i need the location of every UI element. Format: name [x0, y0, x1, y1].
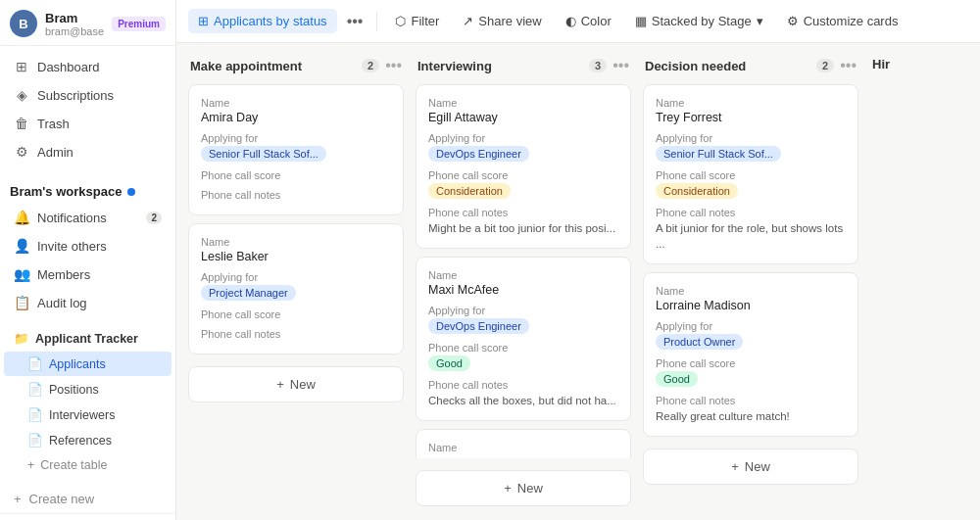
create-new-item[interactable]: + Create new [4, 486, 172, 512]
column-hire: Hir [870, 57, 949, 506]
applying-tag: DevOps Engineer [428, 146, 529, 162]
sidebar-item-notifications[interactable]: 🔔 Notifications 2 [4, 204, 172, 231]
new-card-button-2[interactable]: + New [643, 449, 858, 485]
tree-item-create-table[interactable]: + Create table [4, 453, 172, 477]
score-tag: Consideration [428, 183, 511, 199]
name-label: Name [428, 97, 618, 109]
interviewers-icon: 📄 [27, 407, 43, 422]
applying-tag: Project Manager [201, 285, 296, 301]
view-grid-icon: ⊞ [198, 14, 209, 28]
phone-notes-value: Might be a bit too junior for this posi.… [428, 220, 618, 236]
sidebar-item-label: Audit log [37, 296, 87, 310]
workspace-section: Bram's workspace 🔔 Notifications 2 👤 Inv… [0, 172, 175, 321]
column-decision-needed: Decision needed 2 ••• Name Trey Forrest … [643, 57, 858, 506]
applying-tag: Senior Full Stack Sof... [656, 146, 781, 162]
tree-item-positions[interactable]: 📄 Positions [4, 377, 172, 402]
phone-score-label: Phone call score [201, 308, 391, 320]
sidebar-item-label: Members [37, 267, 90, 282]
tree-item-references[interactable]: 📄 References [4, 428, 172, 452]
sidebar-item-invite[interactable]: 👤 Invite others [4, 232, 172, 260]
share-icon: ↗ [463, 14, 473, 28]
card-maxi[interactable]: Name Maxi McAfee Applying for DevOps Eng… [416, 257, 631, 421]
card-trey[interactable]: Name Trey Forrest Applying for Senior Fu… [643, 84, 858, 264]
card-lorraine[interactable]: Name Lorraine Madison Applying for Produ… [643, 272, 858, 437]
name-label: Name [201, 236, 391, 248]
phone-notes-label: Phone call notes [428, 379, 618, 391]
members-icon: 👥 [14, 266, 29, 282]
score-tag: Consideration [656, 183, 738, 199]
workspace-label: Bram's workspace [0, 180, 175, 203]
stacked-button[interactable]: ▦ Stacked by Stage ▾ [625, 9, 773, 33]
applying-label: Applying for [201, 271, 391, 283]
column-menu-icon[interactable]: ••• [840, 57, 857, 74]
card-partial[interactable]: Name [416, 429, 631, 458]
customize-button[interactable]: ⚙ Customize cards [777, 9, 908, 33]
column-make-appointment: Make appointment 2 ••• Name Amira Day Ap… [188, 57, 404, 506]
sidebar-item-label: Notifications [37, 211, 107, 225]
card-leslie[interactable]: Name Leslie Baker Applying for Project M… [188, 223, 404, 355]
name-value: Maxi McAfee [428, 283, 618, 297]
phone-notes-value: Checks all the boxes, but did not ha... [428, 393, 618, 408]
user-name: Bram [45, 11, 104, 25]
user-email: bram@baserow.io [45, 25, 104, 37]
invite-icon: 👤 [14, 238, 29, 254]
column-menu-icon[interactable]: ••• [385, 57, 402, 74]
phone-score-label: Phone call score [428, 342, 618, 354]
toolbar: ⊞ Applicants by status ••• ⬡ Filter ↗ Sh… [176, 0, 980, 43]
share-view-button[interactable]: ↗ Share view [453, 9, 551, 33]
customize-icon: ⚙ [787, 14, 799, 28]
column-cards: Name Egill Attaway Applying for DevOps E… [416, 84, 631, 458]
applying-label: Applying for [428, 305, 618, 316]
name-value: Leslie Baker [201, 250, 391, 263]
applying-label: Applying for [428, 132, 618, 144]
view-name-button[interactable]: ⊞ Applicants by status [188, 9, 337, 33]
phone-notes-value: A bit junior for the role, but shows lot… [656, 220, 846, 252]
color-button[interactable]: ◐ Color [556, 9, 621, 33]
applying-label: Applying for [201, 132, 391, 144]
new-card-button-0[interactable]: + New [188, 366, 404, 402]
applying-label: Applying for [656, 132, 846, 144]
tree-item-interviewers[interactable]: 📄 Interviewers [4, 402, 172, 427]
tracker-section: 📁 Applicant Tracker 📄 Applicants 📄 Posit… [0, 321, 175, 482]
card-amira[interactable]: Name Amira Day Applying for Senior Full … [188, 84, 404, 215]
name-label: Name [428, 269, 618, 281]
tracker-icon: 📁 [14, 331, 29, 346]
card-egill[interactable]: Name Egill Attaway Applying for DevOps E… [416, 84, 631, 249]
sidebar-item-trash[interactable]: 🗑 Trash [4, 110, 172, 137]
audit-log-icon: 📋 [14, 295, 29, 310]
create-new-icon: + [14, 492, 22, 506]
name-label: Name [656, 97, 846, 109]
stack-icon: ▦ [635, 14, 647, 28]
column-menu-icon[interactable]: ••• [612, 57, 629, 74]
create-table-icon: + [27, 458, 34, 472]
phone-score-label: Phone call score [428, 169, 618, 181]
tree-item-applicant-tracker[interactable]: 📁 Applicant Tracker [4, 326, 172, 351]
workspace-active-dot [127, 188, 135, 196]
sidebar-item-audit-log[interactable]: 📋 Audit log [4, 289, 172, 316]
sidebar-item-members[interactable]: 👥 Members [4, 260, 172, 288]
admin-icon: ⚙ [14, 144, 29, 160]
sidebar-item-dashboard[interactable]: ⊞ Dashboard [4, 53, 172, 80]
avatar: B [10, 10, 37, 37]
sidebar-item-label: Trash [37, 117, 70, 131]
plus-icon: + [731, 459, 739, 474]
phone-score-label: Phone call score [656, 357, 846, 369]
name-label: Name [428, 442, 618, 453]
column-header: Decision needed 2 ••• [643, 57, 858, 74]
sidebar-footer: baserow ↩ ↪ « [0, 513, 175, 520]
phone-notes-label: Phone call notes [201, 189, 391, 201]
sidebar-item-label: Subscriptions [37, 88, 114, 103]
filter-button[interactable]: ⬡ Filter [385, 9, 449, 33]
sidebar-header: B Bram bram@baserow.io Premium [0, 0, 175, 46]
new-card-button-1[interactable]: + New [416, 470, 631, 506]
tree-item-applicants[interactable]: 📄 Applicants [4, 352, 172, 376]
plus-icon: + [504, 481, 512, 496]
sidebar-item-label: Invite others [37, 239, 107, 254]
sidebar-item-admin[interactable]: ⚙ Admin [4, 138, 172, 165]
sidebar-item-subscriptions[interactable]: ◈ Subscriptions [4, 81, 172, 109]
phone-notes-label: Phone call notes [201, 328, 391, 340]
kanban-board: Make appointment 2 ••• Name Amira Day Ap… [176, 43, 980, 520]
view-more-button[interactable]: ••• [341, 9, 369, 34]
name-label: Name [201, 97, 391, 109]
subscriptions-icon: ◈ [14, 87, 29, 103]
